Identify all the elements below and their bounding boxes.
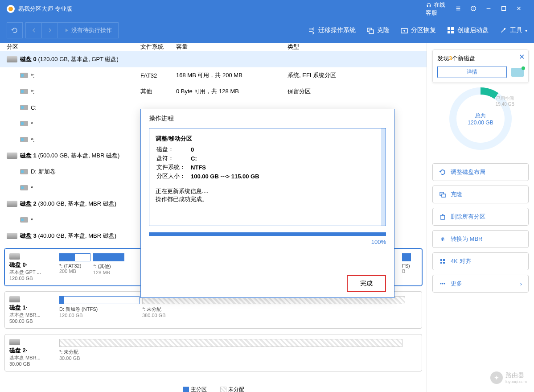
disk-row[interactable]: 磁盘 0 (120.00 GB, 基本盘, GPT 磁盘) bbox=[0, 51, 427, 67]
watermark: ✦ 路由器luyouqi.com bbox=[490, 371, 527, 384]
disk-icon bbox=[511, 68, 524, 77]
pending-ops-group: 没有待执行操作 bbox=[25, 22, 119, 38]
dialog-content: 调整/移动分区 磁盘：0盘符：C:文件系统：NTFS分区大小：100.00 GB… bbox=[149, 128, 386, 226]
help-icon[interactable]: ? bbox=[470, 5, 476, 13]
new-disk-notification: ✕ 发现3个新磁盘 详情 bbox=[432, 50, 529, 83]
disk-icon bbox=[9, 296, 20, 302]
app-logo-icon bbox=[7, 5, 15, 13]
disk-card[interactable]: 磁盘 2·基本盘 MBR...30.00 GB*: 未分配30.00 GB bbox=[4, 334, 422, 371]
disk-icon bbox=[9, 339, 20, 345]
col-type: 类型 bbox=[288, 43, 427, 51]
svg-rect-4 bbox=[369, 30, 374, 33]
disk-icon bbox=[7, 56, 17, 62]
col-capacity: 容量 bbox=[176, 43, 288, 51]
legend: 主分区 未分配 bbox=[0, 381, 427, 392]
close-button[interactable] bbox=[516, 5, 522, 13]
capacity-donut: 已用空间19.40 GB 总共120.00 GB bbox=[449, 87, 512, 150]
row-label: 磁盘 1 (500.00 GB, 基本盘, MBR 磁盘) bbox=[20, 152, 119, 160]
row-label: * bbox=[31, 217, 33, 223]
chevron-right-icon: › bbox=[520, 281, 522, 287]
svg-rect-8 bbox=[448, 31, 450, 33]
svg-point-17 bbox=[442, 283, 444, 285]
side-panel: ✕ 发现3个新磁盘 详情 已用空间19.40 GB 总共120.00 GB 调整… bbox=[427, 43, 534, 392]
progress-bar bbox=[149, 232, 386, 236]
row-label: * bbox=[31, 185, 33, 191]
migrate-os-button[interactable]: 迁移操作系统 bbox=[308, 26, 356, 34]
svg-rect-15 bbox=[443, 262, 445, 264]
disk-icon bbox=[7, 153, 17, 159]
side-action-trash[interactable]: 删除所有分区 bbox=[432, 208, 529, 226]
partition-icon bbox=[20, 89, 28, 94]
row-label: *: bbox=[31, 88, 35, 95]
minimize-button[interactable] bbox=[485, 5, 492, 13]
app-title: 易我分区大师 专业版 bbox=[18, 5, 420, 13]
dialog-title: 操作进程 bbox=[149, 115, 386, 123]
undo-button[interactable] bbox=[26, 23, 42, 38]
trash-icon bbox=[439, 213, 446, 220]
svg-rect-2 bbox=[502, 6, 506, 10]
svg-rect-13 bbox=[443, 259, 445, 261]
side-action-refresh[interactable]: 调整磁盘布局 bbox=[432, 163, 529, 181]
refresh-button[interactable] bbox=[7, 22, 23, 38]
partition-icon bbox=[20, 73, 28, 78]
apply-button[interactable]: 没有待执行操作 bbox=[58, 23, 118, 38]
done-button[interactable]: 完成 bbox=[347, 275, 386, 292]
operation-progress-dialog: 操作进程 调整/移动分区 磁盘：0盘符：C:文件系统：NTFS分区大小：100.… bbox=[140, 109, 394, 298]
svg-rect-9 bbox=[451, 31, 454, 33]
close-icon[interactable]: ✕ bbox=[519, 53, 525, 61]
partition-icon bbox=[20, 137, 28, 142]
row-label: 磁盘 2 (30.00 GB, 基本盘, MBR 磁盘) bbox=[20, 200, 116, 208]
titlebar: 易我分区大师 专业版 在线客服 ? bbox=[0, 0, 534, 18]
disk-icon bbox=[7, 201, 17, 207]
partition-row[interactable]: *:FAT32168 MB 可用，共 200 MB系统, EFI 系统分区 bbox=[0, 67, 427, 83]
status-message: 操作都已成功完成。 bbox=[156, 195, 379, 203]
partition-recovery-button[interactable]: 分区恢复 bbox=[400, 26, 436, 34]
col-fs: 文件系统 bbox=[140, 43, 176, 51]
status-message: 正在更新系统信息.... bbox=[156, 187, 379, 195]
redo-button[interactable] bbox=[42, 23, 58, 38]
partition-icon bbox=[20, 105, 28, 110]
partition-icon bbox=[20, 169, 28, 174]
row-label: C: bbox=[31, 104, 37, 111]
table-header: 分区 文件系统 容量 类型 bbox=[0, 43, 427, 51]
align-icon bbox=[439, 258, 446, 265]
svg-text:?: ? bbox=[472, 6, 475, 10]
svg-rect-7 bbox=[451, 27, 454, 30]
svg-rect-12 bbox=[440, 259, 442, 261]
disk-icon bbox=[9, 253, 20, 260]
svg-rect-14 bbox=[440, 262, 442, 264]
watermark-icon: ✦ bbox=[490, 371, 503, 384]
details-button[interactable]: 详情 bbox=[437, 66, 507, 78]
menu-icon[interactable] bbox=[455, 5, 461, 13]
svg-point-16 bbox=[440, 283, 442, 285]
col-partition: 分区 bbox=[7, 43, 140, 51]
partition-icon bbox=[20, 185, 28, 190]
row-label: * bbox=[31, 120, 33, 127]
clone-icon bbox=[439, 191, 446, 198]
scrollbar[interactable] bbox=[381, 128, 386, 226]
bootable-media-button[interactable]: 创建启动盘 bbox=[447, 26, 489, 34]
partition-icon bbox=[20, 121, 28, 126]
row-label: *: bbox=[31, 72, 35, 79]
partition-row[interactable]: *:其他0 Byte 可用，共 128 MB保留分区 bbox=[0, 83, 427, 99]
maximize-button[interactable] bbox=[501, 5, 507, 13]
row-label: 磁盘 3 (40.00 GB, 基本盘, MBR 磁盘) bbox=[20, 232, 116, 240]
tools-button[interactable]: 工具 ▾ bbox=[499, 26, 527, 34]
svg-rect-11 bbox=[442, 194, 445, 197]
row-label: D: 新加卷 bbox=[31, 168, 56, 176]
row-label: 磁盘 0 (120.00 GB, 基本盘, GPT 磁盘) bbox=[20, 55, 119, 63]
side-action-convert[interactable]: 转换为 MBR bbox=[432, 230, 529, 248]
legend-primary: 主分区 bbox=[191, 386, 207, 392]
convert-icon bbox=[439, 235, 446, 243]
online-support-link[interactable]: 在线客服 bbox=[426, 1, 446, 17]
side-action-clone[interactable]: 克隆 bbox=[432, 186, 529, 203]
side-action-more[interactable]: 更多› bbox=[432, 275, 529, 293]
legend-unallocated: 未分配 bbox=[228, 386, 244, 392]
operation-title: 调整/移动分区 bbox=[156, 135, 192, 142]
refresh-icon bbox=[439, 169, 446, 176]
svg-point-18 bbox=[444, 283, 445, 285]
side-action-align[interactable]: 4K 对齐 bbox=[432, 252, 529, 270]
clone-button[interactable]: 克隆 bbox=[366, 26, 390, 34]
disk-icon bbox=[7, 233, 17, 239]
svg-rect-6 bbox=[448, 27, 450, 30]
